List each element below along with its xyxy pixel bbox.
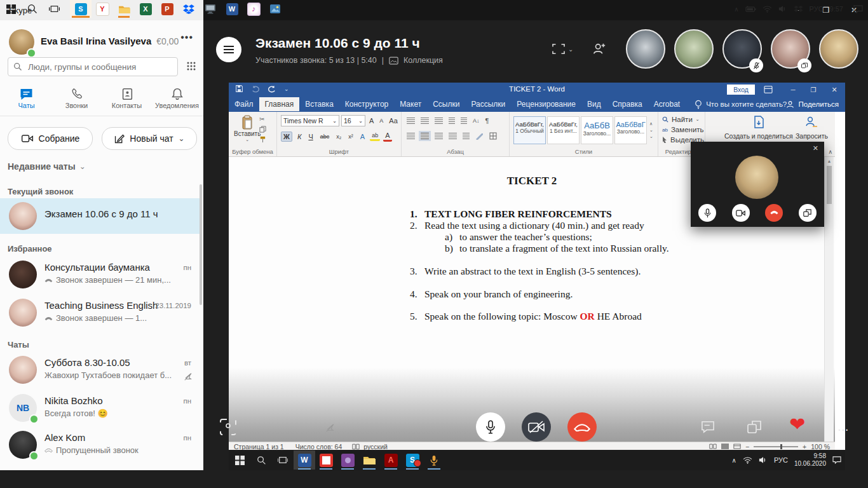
find-button[interactable]: Найти⌄ [662,116,704,123]
taskbar-photos[interactable] [264,0,286,18]
italic-button[interactable]: К [295,132,303,141]
borders-icon[interactable] [489,132,497,140]
taskbar-excel[interactable]: X [135,0,156,18]
numbering-icon[interactable] [421,118,429,124]
task-view-button[interactable] [43,0,65,18]
participant-avatar-1[interactable] [626,29,665,69]
scrollbar-thumb[interactable] [827,166,832,204]
chat-item[interactable]: Суббота 8.30-10.05 Жавохир Тухтабоев пок… [0,352,201,388]
tab-review[interactable]: Рецензирование [511,97,581,111]
change-case-button[interactable]: Аа [387,116,400,125]
start-button[interactable] [0,0,22,18]
share-screen-button[interactable] [747,419,762,435]
recent-chats-header[interactable]: Недавние чаты ⌄ [8,161,86,172]
sidebar-scrollbar[interactable] [200,184,202,305]
read-mode-icon[interactable] [709,444,717,449]
tab-home[interactable]: Главная [259,97,300,111]
strikethrough-button[interactable]: abc [318,133,332,140]
multilevel-list-icon[interactable] [435,118,443,124]
page-indicator[interactable]: Страница 1 из 1 [234,443,284,451]
taskbar-explorer[interactable] [113,0,135,18]
dropbox-tray-icon[interactable] [794,5,803,13]
search-input[interactable] [27,62,156,72]
style-heading2[interactable]: АаБбВвГЗаголово... [614,116,647,144]
word-close-button[interactable]: ✕ [824,83,845,97]
chat-toggle-button[interactable] [701,421,715,433]
call-menu-button[interactable] [216,37,241,62]
superscript-button[interactable]: x² [346,133,355,140]
hangup-button[interactable] [567,412,597,442]
shared-taskbar-word[interactable]: W [294,451,315,470]
shared-taskbar-tor[interactable] [337,451,358,470]
signin-button[interactable]: Вход [727,85,755,95]
zoom-in-icon[interactable]: + [803,443,806,451]
zoom-out-icon[interactable]: − [745,443,749,451]
word-restore-button[interactable]: ❐ [803,83,824,97]
chat-item[interactable]: Teaching Business English Звонок заверше… [0,295,201,330]
chat-item[interactable]: Alex Kom Пропущенный звонок пн [0,427,201,463]
ribbon-options-icon[interactable] [764,86,773,93]
align-right-icon[interactable] [435,133,443,139]
wifi-icon[interactable] [763,6,772,13]
overlay-mic-button[interactable] [698,204,716,222]
clock[interactable]: 9:57 [830,5,843,13]
zoom-slider[interactable] [754,446,798,447]
camera-off-button[interactable] [522,412,551,442]
speaker-icon[interactable] [778,5,787,13]
subscript-button[interactable]: x₂ [334,133,343,140]
copy-icon[interactable] [259,126,266,133]
meeting-button[interactable]: Собрание [8,127,93,150]
request-signatures-button[interactable]: Запросить [796,116,828,140]
sort-icon[interactable]: А↓ [473,118,480,124]
style-heading1[interactable]: АаБбВЗаголово... [581,116,613,144]
dialpad-button[interactable] [186,60,197,72]
mic-button[interactable] [476,412,505,442]
taskbar-itunes[interactable]: ♪ [243,0,264,18]
tab-design[interactable]: Конструктор [339,97,394,111]
style-no-spacing[interactable]: АаБбВвГг,1 Без инт... [547,116,580,144]
justify-icon[interactable] [449,133,457,139]
style-normal[interactable]: АаБбВвГг,1 Обычный [513,116,546,144]
shading-icon[interactable] [475,133,484,140]
shared-taskbar-acrobat[interactable]: A [380,451,402,470]
share-button[interactable]: Поделиться [786,100,839,109]
sidebar-tab-calls[interactable]: Звонки [52,86,102,109]
format-painter-icon[interactable] [259,136,266,143]
font-size-select[interactable]: 16⌄ [341,115,365,126]
tab-acrobat[interactable]: Acrobat [648,97,686,111]
increase-indent-icon[interactable] [461,118,467,124]
styles-scroll-down-icon[interactable]: ⌄ [649,128,653,133]
tab-layout[interactable]: Макет [394,97,427,111]
shared-clock[interactable]: 9:5810.06.2020 [794,452,826,468]
zoom-focus-button[interactable] [219,418,237,436]
sidebar-tab-contacts[interactable]: Контакты [102,86,152,109]
shrink-font-button[interactable]: А [377,117,385,125]
heart-reaction-button[interactable]: ❤ [789,415,805,434]
participant-avatar-2[interactable] [674,29,714,69]
print-layout-icon[interactable] [721,444,729,449]
language-indicator[interactable]: РУС [810,5,824,13]
sidebar-tab-chats[interactable]: Чаты [2,86,51,109]
shared-taskbar-skype[interactable]: S [402,451,423,470]
overlay-hangup-button[interactable] [765,204,783,222]
overlay-close-icon[interactable]: ✕ [813,144,818,152]
create-pdf-button[interactable]: Создать и поделиться [724,116,793,140]
bold-button[interactable]: Ж [281,132,292,142]
styles-scroll-up-icon[interactable]: ∧ [649,121,653,126]
more-menu-button[interactable]: ••• [180,32,193,43]
scroll-up-icon[interactable]: ▲ [825,157,834,163]
overlay-share-button[interactable] [799,204,817,222]
decrease-indent-icon[interactable] [449,118,455,124]
word-count[interactable]: Число слов: 64 [295,443,342,451]
overlay-camera-button[interactable] [732,204,750,222]
chat-item-current-call[interactable]: Экзамен 10.06 с 9 до 11 ч [0,198,201,234]
action-center-icon[interactable] [832,456,841,464]
shared-taskbar-explorer[interactable] [358,451,380,470]
participant-avatar-5[interactable] [819,29,858,69]
grow-font-button[interactable]: А [367,116,376,125]
shared-start-button[interactable] [229,451,250,470]
replace-button[interactable]: abЗаменить [662,126,704,133]
tray-expand-icon[interactable]: ∧ [732,457,736,464]
sidebar-tab-notifications[interactable]: Уведомления [153,86,202,109]
word-minimize-button[interactable]: ─ [783,83,803,97]
